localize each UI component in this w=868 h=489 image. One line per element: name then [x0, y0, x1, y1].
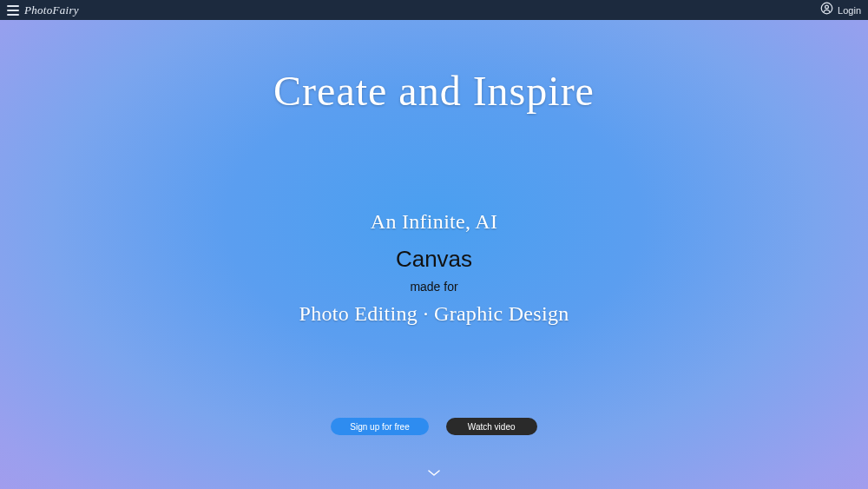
scroll-down-icon[interactable] — [428, 470, 440, 477]
login-label: Login — [838, 5, 861, 16]
hero-title: Create and Inspire — [273, 67, 595, 115]
signup-button[interactable]: Sign up for free — [331, 418, 428, 435]
user-icon — [820, 2, 833, 18]
hero-subheading: An Infinite, AI Canvas made for Photo Ed… — [299, 210, 569, 326]
app-header: PhotoFairy Login — [0, 0, 868, 20]
hamburger-menu-icon[interactable] — [7, 5, 19, 16]
svg-point-1 — [825, 5, 829, 9]
watch-video-button[interactable]: Watch video — [446, 418, 537, 435]
subheading-line-2: Canvas — [299, 246, 569, 273]
hero-section: Create and Inspire An Infinite, AI Canva… — [0, 20, 868, 489]
subheading-line-1: An Infinite, AI — [299, 210, 569, 234]
app-logo[interactable]: PhotoFairy — [24, 3, 79, 17]
login-button[interactable]: Login — [820, 2, 861, 18]
subheading-line-4: Photo Editing · Graphic Design — [299, 302, 569, 326]
subheading-line-3: made for — [299, 280, 569, 294]
cta-row: Sign up for free Watch video — [0, 418, 868, 435]
header-left: PhotoFairy — [7, 3, 79, 17]
